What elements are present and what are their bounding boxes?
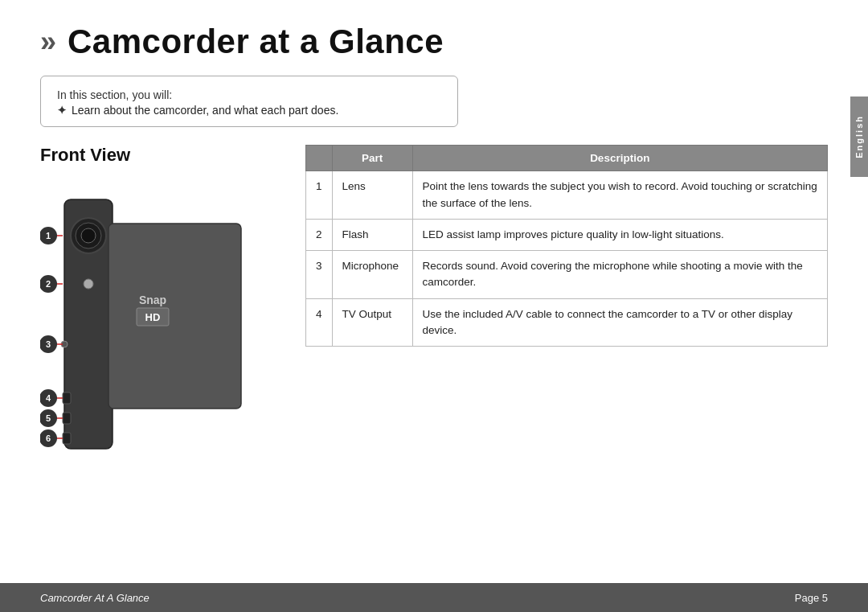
svg-text:3: 3	[46, 339, 51, 349]
parts-table: Part Description 1LensPoint the lens tow…	[305, 145, 828, 347]
svg-text:4: 4	[46, 393, 51, 403]
title-area: » Camcorder at a Glance	[0, 0, 868, 76]
footer: Camcorder At A Glance Page 5	[0, 583, 868, 612]
svg-text:HD: HD	[145, 311, 161, 323]
svg-text:Snap: Snap	[139, 294, 166, 306]
svg-text:2: 2	[46, 279, 51, 289]
row-description: LED assist lamp improves picture quality…	[412, 219, 827, 250]
info-line1: In this section, you will:	[57, 86, 441, 104]
svg-text:1: 1	[46, 231, 51, 240]
table-row: 3MicrophoneRecords sound. Avoid covering…	[306, 251, 828, 299]
col-header-part: Part	[332, 146, 412, 171]
bullet-marker: ✦	[57, 104, 67, 117]
svg-point-4	[81, 228, 96, 243]
main-content: Front View Snap	[0, 145, 868, 489]
page-title: Camcorder at a Glance	[68, 23, 444, 61]
left-section: Front View Snap	[40, 145, 281, 489]
arrow-icon: »	[40, 27, 56, 56]
info-bullet: ✦ Learn about the camcorder, and what ea…	[57, 104, 441, 117]
table-row: 2FlashLED assist lamp improves picture q…	[306, 219, 828, 250]
svg-text:6: 6	[46, 433, 51, 443]
bullet-text: Learn about the camcorder, and what each…	[72, 104, 338, 117]
svg-rect-10	[63, 413, 71, 424]
svg-rect-9	[63, 392, 71, 404]
row-part: Lens	[332, 171, 412, 220]
svg-point-5	[84, 279, 93, 289]
row-description: Use the included A/V cable to connect th…	[412, 298, 827, 347]
camera-svg: Snap HD 1	[40, 175, 273, 489]
info-box: In this section, you will: ✦ Learn about…	[40, 76, 458, 127]
footer-right: Page 5	[795, 592, 828, 604]
row-number: 2	[306, 219, 333, 250]
page-container: English » Camcorder at a Glance In this …	[0, 0, 868, 612]
table-row: 1LensPoint the lens towards the subject …	[306, 171, 828, 220]
side-tab: English	[850, 97, 868, 177]
row-description: Point the lens towards the subject you w…	[412, 171, 827, 220]
col-header-num	[306, 146, 333, 171]
svg-rect-1	[108, 224, 241, 409]
row-description: Records sound. Avoid covering the microp…	[412, 251, 827, 299]
row-part: TV Output	[332, 298, 412, 347]
svg-rect-11	[63, 433, 71, 444]
right-section: Part Description 1LensPoint the lens tow…	[305, 145, 828, 489]
table-row: 4TV OutputUse the included A/V cable to …	[306, 298, 828, 347]
row-number: 1	[306, 171, 333, 220]
side-tab-text: English	[854, 115, 864, 158]
row-number: 3	[306, 251, 333, 299]
row-part: Microphone	[332, 251, 412, 299]
camera-diagram: Snap HD 1	[40, 175, 273, 489]
col-header-desc: Description	[412, 146, 827, 171]
row-part: Flash	[332, 219, 412, 250]
svg-text:5: 5	[46, 413, 51, 423]
front-view-title: Front View	[40, 145, 281, 166]
footer-left: Camcorder At A Glance	[40, 592, 149, 604]
row-number: 4	[306, 298, 333, 347]
